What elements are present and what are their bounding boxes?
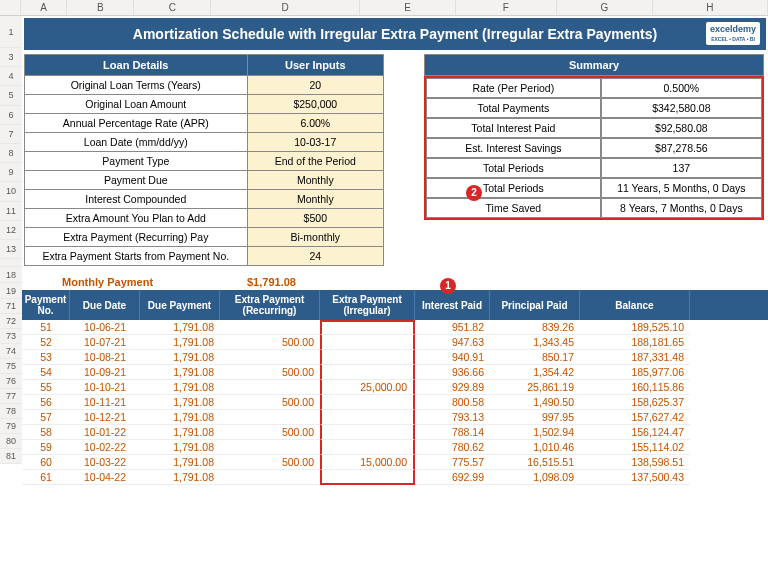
grid-cell[interactable]: 1,791.08 (140, 470, 220, 485)
grid-cell[interactable]: 500.00 (220, 455, 320, 470)
loan-input[interactable]: Bi-monthly (247, 228, 383, 247)
row-label-77[interactable]: 77 (0, 389, 22, 404)
grid-cell[interactable]: 10-09-21 (70, 365, 140, 380)
row-label-10[interactable]: 10 (0, 182, 22, 201)
row-label-13[interactable]: 13 (0, 240, 22, 259)
row-label-72[interactable]: 72 (0, 314, 22, 329)
row-label-81[interactable]: 81 (0, 449, 22, 464)
grid-col-header[interactable]: Principal Paid (490, 290, 580, 320)
col-header-B[interactable]: B (67, 0, 134, 15)
loan-input[interactable]: Monthly (247, 171, 383, 190)
grid-cell[interactable]: 10-12-21 (70, 410, 140, 425)
grid-cell[interactable]: 1,791.08 (140, 365, 220, 380)
grid-cell[interactable]: 1,791.08 (140, 395, 220, 410)
col-header-F[interactable]: F (456, 0, 557, 15)
grid-cell[interactable]: 936.66 (415, 365, 490, 380)
grid-cell[interactable]: 155,114.02 (580, 440, 690, 455)
grid-cell[interactable]: 187,331.48 (580, 350, 690, 365)
grid-cell[interactable] (220, 380, 320, 395)
row-label-3[interactable]: 3 (0, 48, 22, 67)
grid-cell[interactable]: 25,000.00 (320, 380, 415, 395)
grid-cell[interactable]: 10-07-21 (70, 335, 140, 350)
grid-col-header[interactable]: Balance (580, 290, 690, 320)
grid-cell[interactable]: 16,515.51 (490, 455, 580, 470)
col-header-H[interactable]: H (653, 0, 768, 15)
grid-cell[interactable]: 793.13 (415, 410, 490, 425)
grid-cell[interactable]: 158,625.37 (580, 395, 690, 410)
grid-cell[interactable]: 500.00 (220, 395, 320, 410)
grid-cell[interactable]: 780.62 (415, 440, 490, 455)
grid-cell[interactable]: 1,490.50 (490, 395, 580, 410)
grid-cell[interactable]: 160,115.86 (580, 380, 690, 395)
grid-cell[interactable]: 500.00 (220, 335, 320, 350)
grid-cell[interactable] (320, 470, 415, 485)
grid-cell[interactable]: 850.17 (490, 350, 580, 365)
grid-cell[interactable]: 1,791.08 (140, 350, 220, 365)
grid-cell[interactable] (320, 395, 415, 410)
row-label-7[interactable]: 7 (0, 125, 22, 144)
row-label-9[interactable]: 9 (0, 163, 22, 182)
grid-col-header[interactable]: Due Payment (140, 290, 220, 320)
grid-cell[interactable]: 10-10-21 (70, 380, 140, 395)
grid-cell[interactable]: 60 (22, 455, 70, 470)
grid-cell[interactable]: 10-04-22 (70, 470, 140, 485)
grid-col-header[interactable]: Due Date (70, 290, 140, 320)
row-label-6[interactable]: 6 (0, 106, 22, 125)
loan-input[interactable]: 10-03-17 (247, 133, 383, 152)
col-header-E[interactable]: E (360, 0, 456, 15)
row-label-71[interactable]: 71 (0, 299, 22, 314)
grid-cell[interactable]: 1,502.94 (490, 425, 580, 440)
grid-cell[interactable]: 57 (22, 410, 70, 425)
grid-cell[interactable]: 189,525.10 (580, 320, 690, 335)
grid-cell[interactable]: 138,598.51 (580, 455, 690, 470)
grid-cell[interactable] (320, 335, 415, 350)
grid-cell[interactable]: 997.95 (490, 410, 580, 425)
grid-cell[interactable]: 951.82 (415, 320, 490, 335)
grid-cell[interactable]: 61 (22, 470, 70, 485)
grid-cell[interactable]: 1,791.08 (140, 335, 220, 350)
grid-cell[interactable]: 10-03-22 (70, 455, 140, 470)
row-label-80[interactable]: 80 (0, 434, 22, 449)
grid-cell[interactable]: 10-01-22 (70, 425, 140, 440)
grid-cell[interactable] (220, 470, 320, 485)
grid-cell[interactable]: 55 (22, 380, 70, 395)
grid-col-header[interactable]: Payment No. (22, 290, 70, 320)
grid-cell[interactable] (320, 425, 415, 440)
row-label-11[interactable]: 11 (0, 202, 22, 221)
grid-cell[interactable]: 157,627.42 (580, 410, 690, 425)
grid-cell[interactable]: 929.89 (415, 380, 490, 395)
col-header-D[interactable]: D (211, 0, 360, 15)
loan-input[interactable]: $500 (247, 209, 383, 228)
loan-input[interactable]: End of the Period (247, 152, 383, 171)
grid-cell[interactable]: 52 (22, 335, 70, 350)
row-label-79[interactable]: 79 (0, 419, 22, 434)
grid-cell[interactable]: 1,791.08 (140, 410, 220, 425)
loan-input[interactable]: 20 (247, 76, 383, 95)
col-header-A[interactable]: A (21, 0, 67, 15)
grid-cell[interactable]: 10-08-21 (70, 350, 140, 365)
grid-cell[interactable]: 1,354.42 (490, 365, 580, 380)
row-label-5[interactable]: 5 (0, 86, 22, 105)
grid-cell[interactable]: 947.63 (415, 335, 490, 350)
grid-cell[interactable]: 1,098.09 (490, 470, 580, 485)
grid-cell[interactable]: 1,791.08 (140, 380, 220, 395)
grid-cell[interactable]: 10-06-21 (70, 320, 140, 335)
grid-cell[interactable] (220, 410, 320, 425)
grid-cell[interactable]: 1,791.08 (140, 440, 220, 455)
row-label-19[interactable]: 19 (0, 283, 22, 299)
col-header-G[interactable]: G (557, 0, 653, 15)
grid-cell[interactable]: 185,977.06 (580, 365, 690, 380)
grid-col-header[interactable]: Extra Payment (Irregular) (320, 290, 415, 320)
row-label-[interactable] (0, 259, 22, 267)
grid-cell[interactable] (320, 350, 415, 365)
grid-cell[interactable]: 156,124.47 (580, 425, 690, 440)
grid-cell[interactable]: 800.58 (415, 395, 490, 410)
grid-cell[interactable]: 1,791.08 (140, 455, 220, 470)
loan-input[interactable]: Monthly (247, 190, 383, 209)
row-label-18[interactable]: 18 (0, 267, 22, 283)
grid-cell[interactable]: 788.14 (415, 425, 490, 440)
row-label-74[interactable]: 74 (0, 344, 22, 359)
grid-cell[interactable]: 58 (22, 425, 70, 440)
grid-cell[interactable]: 500.00 (220, 365, 320, 380)
grid-cell[interactable]: 59 (22, 440, 70, 455)
